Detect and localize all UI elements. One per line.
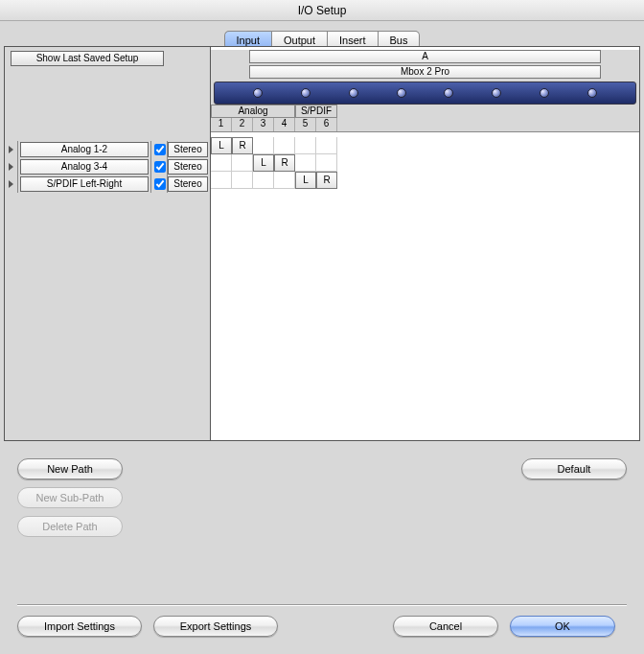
io-cell[interactable] <box>274 137 295 154</box>
device-slot[interactable]: A <box>249 50 601 63</box>
io-cell[interactable] <box>232 172 253 189</box>
device-name: Mbox 2 Pro <box>249 65 601 79</box>
path-enable-checkbox[interactable] <box>150 175 168 193</box>
separator <box>17 604 627 606</box>
ok-button[interactable]: OK <box>510 616 615 637</box>
disclosure-icon[interactable] <box>5 141 18 158</box>
window-title: I/O Setup <box>0 0 644 21</box>
disclosure-icon[interactable] <box>5 175 18 193</box>
io-cell[interactable] <box>232 154 253 172</box>
group-spdif: S/PDIF <box>295 105 337 118</box>
group-analog: Analog <box>211 105 295 118</box>
io-cell[interactable]: L <box>211 137 232 154</box>
cancel-button[interactable]: Cancel <box>393 616 498 637</box>
path-name[interactable]: S/PDIF Left-Right <box>20 176 149 192</box>
device-header: A Mbox 2 Pro Analog S/PDIF 123456 <box>211 50 639 132</box>
io-cell[interactable]: R <box>232 137 253 154</box>
io-cell[interactable] <box>253 137 274 154</box>
io-cell[interactable] <box>316 154 337 172</box>
import-settings-button[interactable]: Import Settings <box>17 616 142 637</box>
channel-num: 5 <box>295 118 316 131</box>
io-cell[interactable] <box>211 172 232 189</box>
channel-num: 1 <box>211 118 232 131</box>
io-cell[interactable] <box>316 137 337 154</box>
io-cell[interactable] <box>295 137 316 154</box>
new-path-button[interactable]: New Path <box>17 458 123 479</box>
new-sub-path-button: New Sub-Path <box>17 487 123 508</box>
path-row: Analog 3-4Stereo <box>5 158 210 175</box>
path-row: S/PDIF Left-RightStereo <box>5 175 210 193</box>
device-graphic <box>214 82 636 105</box>
path-enable-checkbox[interactable] <box>150 141 168 158</box>
channel-num: 3 <box>253 118 274 131</box>
path-enable-checkbox[interactable] <box>150 158 168 175</box>
path-format[interactable]: Stereo <box>168 142 208 157</box>
default-button[interactable]: Default <box>521 458 627 479</box>
channel-num: 2 <box>232 118 253 131</box>
io-cell[interactable] <box>295 154 316 172</box>
delete-path-button: Delete Path <box>17 516 123 537</box>
io-cell[interactable]: L <box>253 154 274 172</box>
right-panel: A Mbox 2 Pro Analog S/PDIF 123456 LRLRLR <box>210 46 640 441</box>
left-panel: Show Last Saved Setup Analog 1-2StereoAn… <box>4 46 210 441</box>
path-name[interactable]: Analog 3-4 <box>20 159 149 175</box>
path-row: Analog 1-2Stereo <box>5 141 210 158</box>
io-cell[interactable] <box>211 154 232 172</box>
io-cell[interactable]: R <box>274 154 295 172</box>
export-settings-button[interactable]: Export Settings <box>153 616 278 637</box>
channel-numbers: 123456 <box>211 118 639 131</box>
io-cell[interactable]: L <box>295 172 316 189</box>
show-last-saved-button[interactable]: Show Last Saved Setup <box>11 51 164 66</box>
io-cell[interactable] <box>274 172 295 189</box>
disclosure-icon[interactable] <box>5 158 18 175</box>
io-cell[interactable]: R <box>316 172 337 189</box>
path-format[interactable]: Stereo <box>168 159 208 175</box>
path-name[interactable]: Analog 1-2 <box>20 142 149 157</box>
channel-num: 4 <box>274 118 295 131</box>
io-cell[interactable] <box>253 172 274 189</box>
path-format[interactable]: Stereo <box>168 176 208 192</box>
channel-num: 6 <box>316 118 337 131</box>
